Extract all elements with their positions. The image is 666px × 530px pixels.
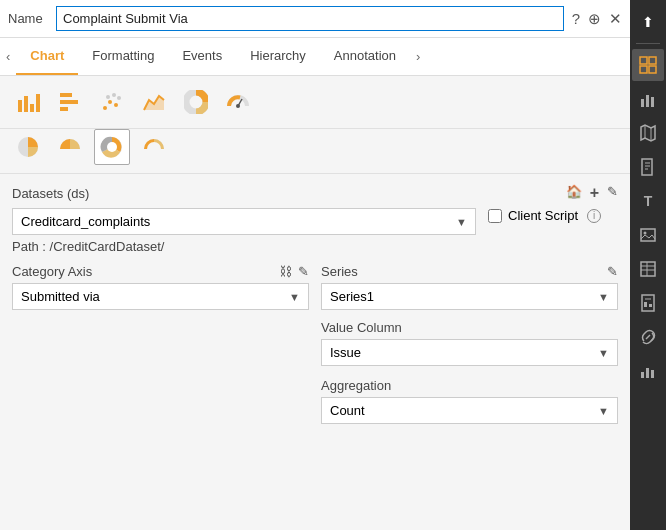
donut-selected-button[interactable] (94, 129, 130, 165)
move-icon[interactable]: ⊕ (588, 10, 601, 28)
svg-point-8 (108, 100, 112, 104)
map-icon (639, 124, 657, 142)
tab-annotation[interactable]: Annotation (320, 38, 410, 75)
close-icon[interactable]: ✕ (609, 10, 622, 28)
table-icon (639, 260, 657, 278)
category-axis-icons: ⛓ ✎ (279, 264, 309, 279)
sidebar-text-button[interactable]: T (632, 185, 664, 217)
category-axis-label-row: Category Axis ⛓ ✎ (12, 264, 309, 279)
tab-hierarchy[interactable]: Hierarchy (236, 38, 320, 75)
bar-small-icon (639, 362, 657, 380)
datasets-dropdown-container: Creditcard_complaints ▼ (12, 208, 476, 235)
line-chart-button[interactable] (136, 84, 172, 120)
document-icon (639, 158, 657, 176)
svg-rect-27 (651, 97, 654, 107)
svg-rect-24 (649, 66, 656, 73)
pie-half-button[interactable] (52, 129, 88, 165)
category-axis-connect-icon[interactable]: ⛓ (279, 264, 292, 279)
datasets-label: Datasets (ds) (12, 186, 89, 201)
tab-prev-button[interactable]: ‹ (0, 38, 16, 75)
svg-rect-1 (24, 96, 28, 112)
series-dropdown[interactable]: Series1 ▼ (321, 283, 618, 310)
sidebar-pin-button[interactable]: ⬆ (632, 6, 664, 38)
name-label: Name (8, 11, 48, 26)
pie-full-icon (16, 135, 40, 159)
path-value: /CreditCardDataset/ (50, 239, 165, 254)
svg-rect-4 (60, 93, 72, 97)
aggregation-selected: Count (330, 403, 365, 418)
horizontal-bar-button[interactable] (52, 84, 88, 120)
series-edit-icon[interactable]: ✎ (607, 264, 618, 279)
series-col: Series ✎ Series1 ▼ Value Column Issue (321, 264, 618, 436)
svg-rect-23 (640, 66, 647, 73)
svg-point-36 (644, 232, 647, 235)
datasets-add-icon[interactable]: + (590, 184, 599, 202)
header-icon-group: ? ⊕ ✕ (572, 10, 622, 28)
aggregation-dropdown[interactable]: Count ▼ (321, 397, 618, 424)
sidebar-divider-1 (636, 43, 660, 44)
aggregation-label: Aggregation (321, 378, 618, 393)
link-icon (639, 328, 657, 346)
category-axis-selected: Submitted via (21, 289, 100, 304)
client-script-checkbox[interactable] (488, 209, 502, 223)
client-script-info-icon[interactable]: i (587, 209, 601, 223)
gauge-button[interactable] (220, 84, 256, 120)
sidebar-map-button[interactable] (632, 117, 664, 149)
svg-rect-25 (641, 99, 644, 107)
sidebar-grid-button[interactable] (632, 49, 664, 81)
value-column-dropdown-arrow: ▼ (598, 347, 609, 359)
donut-half-button[interactable] (136, 129, 172, 165)
datasets-home-icon[interactable]: 🏠 (566, 184, 582, 202)
help-icon[interactable]: ? (572, 10, 580, 27)
sidebar-chart-icon (639, 90, 657, 108)
tab-events[interactable]: Events (168, 38, 236, 75)
sidebar-link-button[interactable] (632, 321, 664, 353)
sidebar-image-button[interactable] (632, 219, 664, 251)
svg-point-12 (112, 93, 116, 97)
name-input[interactable] (56, 6, 564, 31)
svg-rect-21 (640, 57, 647, 64)
pie-full-button[interactable] (10, 129, 46, 165)
image-icon (639, 226, 657, 244)
scatter-button[interactable] (94, 84, 130, 120)
category-axis-edit-icon[interactable]: ✎ (298, 264, 309, 279)
svg-rect-41 (642, 295, 654, 311)
svg-rect-45 (641, 372, 644, 378)
gauge-icon (226, 90, 250, 114)
series-dropdown-arrow: ▼ (598, 291, 609, 303)
donut-button[interactable] (178, 84, 214, 120)
path-label: Path : (12, 239, 46, 254)
svg-rect-43 (644, 302, 647, 307)
report-icon (639, 294, 657, 312)
tab-chart[interactable]: Chart (16, 38, 78, 75)
client-script-label: Client Script (508, 208, 578, 223)
value-column-dropdown[interactable]: Issue ▼ (321, 339, 618, 366)
svg-rect-6 (60, 107, 68, 111)
sidebar-doc-button[interactable] (632, 151, 664, 183)
svg-rect-37 (641, 262, 655, 276)
sidebar-table-button[interactable] (632, 253, 664, 285)
sidebar-report-button[interactable] (632, 287, 664, 319)
series-label-row: Series ✎ (321, 264, 618, 279)
line-chart-icon (142, 90, 166, 114)
right-sidebar: ⬆ (630, 0, 666, 530)
svg-point-17 (236, 104, 240, 108)
tab-next-button[interactable]: › (410, 38, 426, 75)
donut-selected-icon (100, 135, 124, 159)
datasets-edit-icon[interactable]: ✎ (607, 184, 618, 202)
sidebar-bar-small-button[interactable] (632, 355, 664, 387)
svg-rect-22 (649, 57, 656, 64)
datasets-dropdown[interactable]: Creditcard_complaints ▼ (12, 208, 476, 235)
tab-formatting[interactable]: Formatting (78, 38, 168, 75)
bar-chart-button[interactable] (10, 84, 46, 120)
sidebar-chart-button[interactable] (632, 83, 664, 115)
aggregation-group: Aggregation Count ▼ (321, 378, 618, 424)
category-axis-label: Category Axis (12, 264, 92, 279)
svg-rect-46 (646, 368, 649, 378)
value-column-group: Value Column Issue ▼ (321, 320, 618, 366)
category-axis-dropdown[interactable]: Submitted via ▼ (12, 283, 309, 310)
pie-half-icon (58, 135, 82, 159)
category-axis-dropdown-arrow: ▼ (289, 291, 300, 303)
svg-marker-28 (641, 125, 655, 141)
svg-point-7 (103, 106, 107, 110)
